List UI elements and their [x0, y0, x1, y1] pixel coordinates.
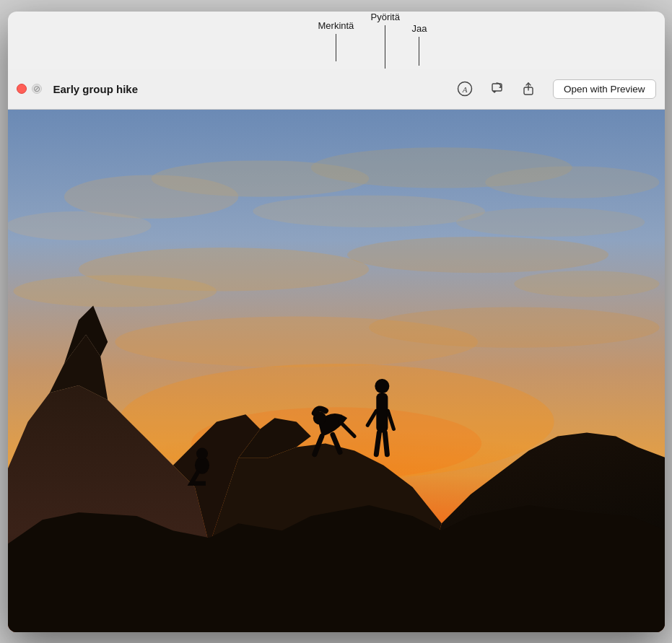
- window-title: Early group hike: [53, 83, 449, 95]
- merkinta-tooltip: Merkintä: [318, 20, 354, 61]
- minimize-button[interactable]: ⊘: [32, 84, 42, 94]
- minimize-icon: ⊘: [33, 84, 40, 94]
- merkinta-tooltip-text: Merkintä: [318, 20, 354, 31]
- close-button[interactable]: ✕: [17, 84, 27, 94]
- image-container: [8, 110, 665, 632]
- svg-point-16: [514, 271, 659, 297]
- tooltip-line-jaa: [419, 37, 419, 66]
- traffic-lights: ✕ ⊘: [17, 84, 42, 94]
- svg-point-22: [196, 447, 207, 459]
- svg-point-10: [8, 211, 152, 240]
- quick-look-window: Merkintä Pyöritä Jaa ✕ ⊘ Early group hik…: [8, 12, 665, 632]
- svg-point-18: [369, 307, 659, 347]
- share-button[interactable]: [518, 79, 538, 99]
- tooltip-area: Merkintä Pyöritä Jaa: [8, 12, 665, 69]
- markup-icon: A: [457, 81, 473, 97]
- close-icon: ✕: [19, 85, 25, 92]
- tooltip-line-merkinta: [336, 34, 336, 61]
- svg-rect-24: [376, 393, 388, 432]
- svg-text:A: A: [462, 85, 468, 94]
- svg-point-12: [455, 207, 644, 236]
- rotate-button[interactable]: [486, 79, 507, 99]
- markup-button[interactable]: A: [455, 79, 475, 99]
- scene-svg: [8, 110, 665, 632]
- jaa-tooltip-text: Jaa: [412, 23, 427, 34]
- svg-point-14: [347, 236, 608, 272]
- photo-scene: [8, 110, 665, 632]
- jaa-tooltip: Jaa: [412, 23, 427, 66]
- share-icon: [520, 81, 536, 97]
- rotate-icon: [489, 81, 505, 97]
- pyorita-tooltip: Pyöritä: [371, 12, 400, 69]
- toolbar: ✕ ⊘ Early group hike A: [8, 69, 665, 110]
- svg-point-11: [253, 195, 485, 227]
- open-with-preview-button[interactable]: Open with Preview: [553, 79, 656, 99]
- pyorita-tooltip-text: Pyöritä: [371, 12, 400, 22]
- svg-point-9: [485, 166, 659, 198]
- svg-point-15: [13, 275, 217, 307]
- tooltip-line-pyorita: [385, 25, 385, 69]
- toolbar-icons: A: [455, 79, 538, 99]
